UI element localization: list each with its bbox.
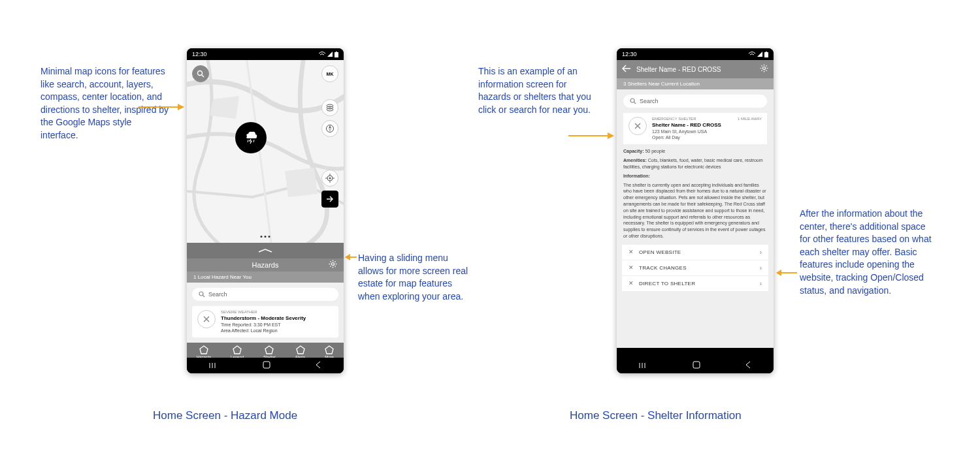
storm-cloud-icon: [242, 129, 260, 147]
svg-point-57: [763, 67, 766, 70]
search-button[interactable]: [192, 65, 209, 82]
center-location-button[interactable]: [321, 170, 338, 187]
shelter-distance: 1 MILE AWAY: [738, 117, 762, 140]
svg-line-64: [761, 70, 762, 70]
svg-rect-9: [335, 52, 338, 57]
svg-marker-13: [285, 168, 318, 197]
x-icon: [203, 315, 210, 323]
settings-button[interactable]: [329, 260, 337, 270]
svg-line-63: [766, 70, 766, 70]
search-icon: [630, 98, 636, 104]
signal-icon: [327, 52, 333, 57]
shelter-card[interactable]: EMERGENCY SHELTER Shelter Name - RED CRO…: [623, 113, 767, 144]
x-icon: ✕: [629, 264, 634, 271]
capacity-label: Capacity:: [623, 149, 644, 153]
capacity-value: 50 people: [644, 149, 666, 153]
back-button[interactable]: [745, 360, 751, 371]
phone-shelter-info: 12:30 Shelter Name - RED CROSS 3 Shelter…: [617, 48, 774, 373]
map-background: [187, 60, 344, 243]
action-label: OPEN WEBSITE: [639, 249, 755, 255]
shelter-category: EMERGENCY SHELTER: [652, 117, 732, 122]
svg-line-65: [766, 65, 766, 66]
hazard-pin[interactable]: [235, 122, 267, 153]
svg-rect-55: [766, 52, 767, 52]
status-bar: 12:30: [617, 48, 774, 60]
directions-button[interactable]: [321, 191, 338, 208]
wifi-icon: [749, 52, 755, 57]
system-nav-bar: [187, 358, 344, 373]
back-button[interactable]: [622, 64, 631, 74]
layers-button[interactable]: [321, 99, 338, 116]
search-icon: [197, 70, 204, 78]
shelter-name: Shelter Name - RED CROSS: [652, 122, 732, 129]
svg-line-30: [253, 140, 254, 142]
shelter-card-info: EMERGENCY SHELTER Shelter Name - RED CRO…: [652, 117, 732, 140]
compass-button[interactable]: [321, 120, 338, 137]
x-icon: ✕: [629, 249, 634, 255]
svg-point-14: [198, 71, 203, 76]
shelter-hours: Open: All Day: [652, 134, 732, 140]
svg-line-39: [335, 261, 335, 262]
shelter-subtitle: 3 Shelters Near Current Location: [617, 78, 774, 89]
battery-icon: [764, 52, 768, 57]
annotation-features: After the information about the center, …: [800, 208, 937, 297]
search-input[interactable]: Search: [192, 288, 338, 301]
carousel-dots: [261, 236, 270, 238]
pentagon-icon: [265, 345, 274, 354]
svg-marker-48: [325, 346, 333, 354]
back-button[interactable]: [315, 360, 321, 371]
svg-rect-52: [263, 362, 270, 368]
svg-marker-1: [178, 104, 184, 110]
slide-panel[interactable]: Hazards 1 Local Hazard Near You Search S…: [187, 243, 344, 362]
status-icons: [749, 52, 768, 57]
compass-icon: [325, 124, 335, 133]
status-time: 12:30: [622, 51, 637, 57]
svg-rect-54: [764, 52, 768, 57]
signal-icon: [757, 52, 762, 57]
svg-marker-12: [210, 96, 239, 119]
svg-marker-8: [327, 52, 333, 57]
action-direct-to-shelter[interactable]: ✕ DIRECT TO SHELTER ›: [622, 276, 768, 292]
svg-line-62: [761, 65, 762, 66]
svg-line-41: [203, 296, 205, 298]
home-button[interactable]: [263, 360, 270, 371]
pentagon-icon: [233, 345, 242, 354]
svg-point-40: [199, 292, 203, 296]
svg-marker-46: [265, 346, 273, 354]
recents-button[interactable]: [639, 360, 648, 371]
home-button[interactable]: [693, 360, 700, 371]
chevron-right-icon: ›: [760, 264, 762, 272]
settings-button[interactable]: [760, 64, 768, 74]
svg-line-38: [330, 266, 331, 266]
svg-point-23: [329, 178, 331, 179]
hazard-time: Time Reported: 3:30 PM EST: [221, 322, 306, 328]
panel-body: Search SEVERE WEATHER Thunderstorm - Mod…: [187, 283, 344, 343]
panel-title: Hazards: [252, 261, 279, 269]
hazard-card-icon: [197, 310, 216, 328]
shelter-body: Search EMERGENCY SHELTER Shelter Name - …: [617, 89, 774, 348]
header-title: Shelter Name - RED CROSS: [636, 66, 755, 73]
hazard-area: Area Affected: Local Region: [221, 328, 306, 334]
account-button[interactable]: MK: [321, 65, 338, 82]
search-input[interactable]: Search: [623, 95, 767, 108]
svg-point-66: [630, 99, 634, 102]
panel-handle[interactable]: [187, 243, 344, 258]
caption-hazard: Home Screen - Hazard Mode: [153, 409, 297, 422]
action-open-website[interactable]: ✕ OPEN WEBSITE ›: [622, 245, 768, 260]
svg-line-36: [330, 261, 331, 262]
map-area[interactable]: MK: [187, 60, 344, 243]
svg-rect-73: [693, 362, 700, 368]
recents-button[interactable]: [209, 360, 218, 371]
status-time: 12:30: [192, 51, 207, 57]
action-track-changes[interactable]: ✕ TRACK CHANGES ›: [622, 260, 768, 276]
chevron-right-icon: ›: [760, 249, 762, 256]
svg-point-31: [332, 263, 335, 266]
svg-marker-20: [329, 125, 331, 129]
hazard-card[interactable]: SEVERE WEATHER Thunderstorm - Moderate S…: [192, 306, 338, 337]
svg-marker-45: [233, 346, 241, 354]
system-nav-bar: [617, 358, 774, 373]
pentagon-icon: [325, 345, 334, 354]
svg-line-15: [202, 75, 204, 77]
svg-marker-21: [329, 129, 331, 132]
shelter-address: 123 Main St, Anytown USA: [652, 129, 732, 134]
